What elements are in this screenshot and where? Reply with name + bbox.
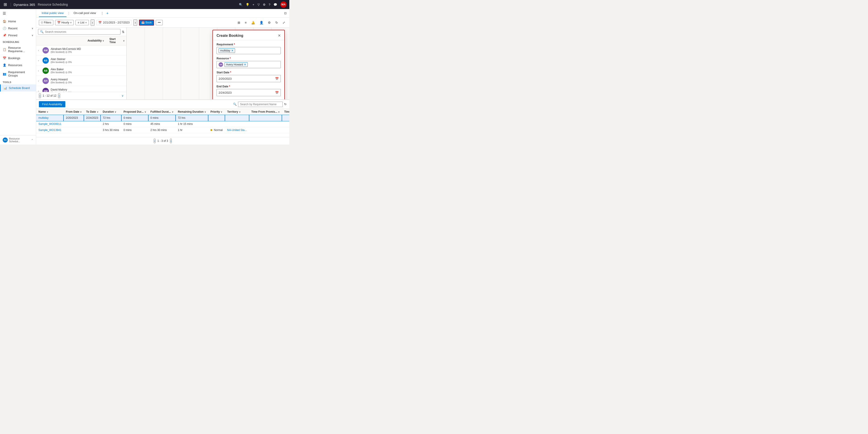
- tab-more-icon[interactable]: ⋮: [100, 11, 105, 16]
- start-time-sort-icon: ∨: [123, 39, 125, 42]
- resource-row[interactable]: › AH Avery Howard (0m booked) ◎ 0%: [36, 76, 126, 86]
- territory-link[interactable]: NA-United Sta...: [227, 129, 247, 132]
- req-name-link[interactable]: multiday: [38, 116, 49, 120]
- start-time-col-header[interactable]: Start Time ∨: [110, 37, 125, 44]
- sidebar-item-requirement-groups[interactable]: 👥 Requirement Groups: [0, 69, 36, 79]
- sidebar-item-resource-requirements[interactable]: 📋 Resource Requireme...: [0, 44, 36, 55]
- close-button[interactable]: ✕: [278, 33, 281, 38]
- list-view-icon[interactable]: ≡: [243, 20, 248, 25]
- app-grid-icon[interactable]: ⊞: [3, 1, 8, 8]
- time-from-col-header[interactable]: Time From Promis... ∨: [249, 109, 282, 115]
- table-row[interactable]: Sample_WO13941 3 hrs 30 mins 0 mins 2 hr…: [36, 127, 289, 133]
- find-availability-button[interactable]: Find Availability: [39, 101, 65, 107]
- search-box[interactable]: 🔍: [38, 29, 121, 35]
- lightbulb-icon[interactable]: 💡: [246, 3, 249, 6]
- more-options-button[interactable]: •••: [156, 20, 163, 25]
- add-icon[interactable]: +: [252, 3, 254, 6]
- sort-toggle-icon[interactable]: ⇅: [122, 30, 125, 34]
- help-icon[interactable]: ?: [269, 3, 270, 6]
- territory-col-header[interactable]: Territory ∨: [225, 109, 249, 115]
- requirement-remove-icon[interactable]: ✕: [231, 49, 234, 52]
- req-name-link[interactable]: Sample_WO13941: [38, 129, 61, 132]
- table-icon[interactable]: ⊞: [236, 20, 242, 25]
- sidebar-toggle[interactable]: ☰: [0, 9, 36, 18]
- book-button[interactable]: 📅 Book: [139, 20, 154, 26]
- priority-col-header[interactable]: Priority ∨: [208, 109, 225, 115]
- settings-icon[interactable]: ⚙: [263, 3, 266, 6]
- to-date-col-header[interactable]: To Date ∨: [84, 109, 100, 115]
- avatar[interactable]: MA: [280, 1, 287, 8]
- duration-col-header[interactable]: Duration ∨: [101, 109, 121, 115]
- req-search-box[interactable]: [238, 102, 283, 107]
- date-range-picker[interactable]: 📅 2/21/2023 - 2/27/2023: [96, 20, 131, 25]
- expand-row-icon[interactable]: ›: [38, 70, 41, 72]
- sidebar-item-bookings[interactable]: 📅 Bookings: [0, 55, 36, 62]
- req-fulfilled: 2 hrs 30 mins: [148, 127, 176, 133]
- expand-row-icon[interactable]: ›: [38, 59, 41, 62]
- resource-row[interactable]: › AM Abraham McCormick MD (0m booked) ◎ …: [36, 45, 126, 56]
- next-date-button[interactable]: ›: [133, 20, 137, 26]
- requirement-input[interactable]: multiday ✕: [217, 47, 281, 54]
- req-toolbar: Find Availability 🔍 ↻: [36, 100, 289, 109]
- refresh-icon[interactable]: ↻: [274, 20, 279, 25]
- fulfilled-dur-col-header[interactable]: Fulfilled Durat... ∨: [148, 109, 176, 115]
- remaining-sort-icon: ∨: [204, 111, 206, 113]
- sidebar-item-pinned[interactable]: 📌 Pinned ∨: [0, 32, 36, 39]
- proposed-dur-col-header[interactable]: Proposed Dur... ∨: [121, 109, 148, 115]
- chevron-down-icon: ∨: [32, 27, 33, 30]
- sidebar-bottom-chevron[interactable]: ⌃: [31, 139, 33, 142]
- name-col-header[interactable]: Name ∨: [36, 109, 64, 115]
- resource-input[interactable]: AH Avery Howard ✕: [217, 61, 281, 68]
- resource-row[interactable]: › DM David Mallory (0m booked) ◎ 0%: [36, 86, 126, 92]
- remaining-dur-col-header[interactable]: Remaining Duration ∨: [176, 109, 208, 115]
- sidebar-item-recent[interactable]: 🕐 Recent ∨: [0, 25, 36, 32]
- sidebar-item-schedule-board[interactable]: 📊 Schedule Board: [0, 85, 36, 92]
- tab-add-icon[interactable]: +: [105, 10, 110, 16]
- sidebar-bottom-label: Resource Schedul...: [9, 137, 30, 143]
- expand-row-icon[interactable]: ›: [38, 90, 41, 92]
- from-date-col-header[interactable]: From Date ∨: [64, 109, 84, 115]
- time-to-col-header[interactable]: Time To Promised ∨: [282, 109, 289, 115]
- search-requirement-input[interactable]: [240, 103, 281, 106]
- chat-icon[interactable]: 💬: [274, 3, 277, 6]
- hourly-button[interactable]: 📅 Hourly ∨: [55, 20, 74, 25]
- prev-date-button[interactable]: ‹: [91, 20, 94, 26]
- resource-avatar-small: AH: [219, 62, 223, 67]
- sidebar-item-home[interactable]: 🏠 Home: [0, 18, 36, 25]
- search-resources-input[interactable]: [45, 30, 119, 33]
- search-icon[interactable]: 🔍: [239, 3, 243, 6]
- end-date-input[interactable]: 2/24/2023 📅: [217, 89, 281, 96]
- tab-initial-public-view[interactable]: Initial public view: [39, 9, 66, 17]
- table-row[interactable]: Sample_WO00011 2 hrs 0 mins 45 mins 1 hr…: [36, 121, 289, 127]
- expand-row-icon[interactable]: ›: [38, 80, 41, 82]
- start-date-input[interactable]: 2/20/2023 📅: [217, 75, 281, 82]
- resource-remove-icon[interactable]: ✕: [244, 63, 246, 66]
- resource-tag: Avery Howard ✕: [224, 62, 248, 67]
- table-row[interactable]: multiday 2/20/2023 2/24/2023 72 hrs 0 mi…: [36, 115, 289, 121]
- resource-row[interactable]: › AB Alex Baker (0m booked) ◎ 0%: [36, 66, 126, 76]
- req-prev-page[interactable]: ‹: [154, 139, 156, 143]
- prev-page-button[interactable]: ‹: [39, 94, 41, 98]
- tab-oncall-pool-view[interactable]: On-call pool view: [71, 9, 99, 17]
- availability-col-header[interactable]: Availability ∨: [88, 39, 104, 42]
- expand-row-icon[interactable]: ›: [38, 49, 41, 52]
- req-name-link[interactable]: Sample_WO00011: [38, 122, 61, 126]
- expand-panel-button[interactable]: ∨: [122, 94, 124, 97]
- person-icon[interactable]: 👤: [258, 20, 265, 25]
- sidebar-item-resources[interactable]: 👤 Resources: [0, 62, 36, 69]
- filter-icon[interactable]: ▽: [257, 3, 260, 6]
- refresh-req-icon[interactable]: ↻: [284, 102, 287, 106]
- resource-row[interactable]: › AS Alan Steiner (0m booked) ◎ 0%: [36, 56, 126, 66]
- view-toggle-icon[interactable]: ⊡: [284, 11, 287, 15]
- tab-separator: ⋮: [67, 12, 70, 15]
- next-page-button[interactable]: ›: [58, 94, 60, 98]
- bell-icon[interactable]: 🔔: [250, 20, 256, 25]
- expand-icon[interactable]: ⤢: [281, 20, 287, 25]
- list-button[interactable]: ≡ List ∨: [75, 20, 89, 25]
- settings2-icon[interactable]: ⚙: [267, 20, 272, 25]
- req-to-date: [84, 127, 100, 133]
- req-time-to: [282, 121, 289, 127]
- panel-header: Create Booking ✕: [213, 30, 284, 40]
- req-next-page[interactable]: ›: [170, 139, 172, 143]
- filters-button[interactable]: ▽ Filters: [39, 20, 53, 25]
